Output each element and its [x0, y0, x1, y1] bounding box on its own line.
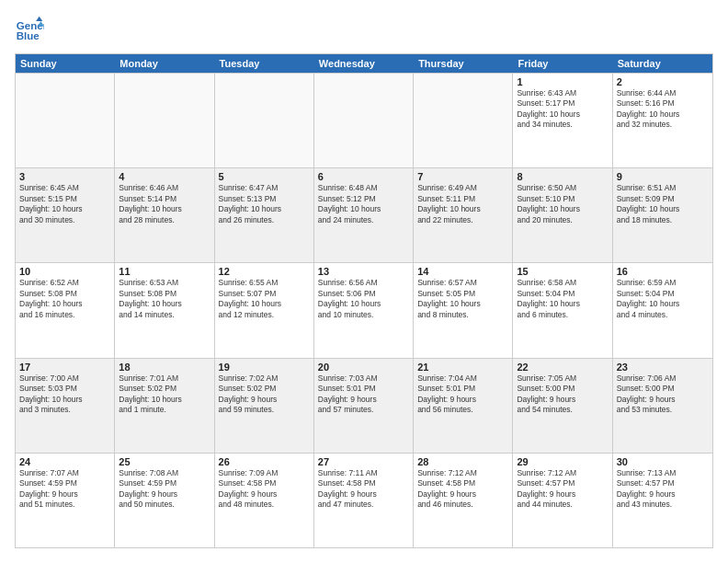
calendar-cell: 18Sunrise: 7:01 AM Sunset: 5:02 PM Dayli…	[115, 359, 214, 453]
svg-text:Blue: Blue	[17, 30, 40, 41]
calendar-cell: 10Sunrise: 6:52 AM Sunset: 5:08 PM Dayli…	[16, 263, 115, 357]
cell-info: Sunrise: 7:01 AM Sunset: 5:02 PM Dayligh…	[119, 373, 210, 416]
cell-info: Sunrise: 6:56 AM Sunset: 5:06 PM Dayligh…	[318, 278, 409, 320]
cell-info: Sunrise: 7:08 AM Sunset: 4:59 PM Dayligh…	[119, 468, 210, 511]
calendar-header-cell: Wednesday	[314, 54, 414, 73]
cell-info: Sunrise: 6:47 AM Sunset: 5:13 PM Dayligh…	[219, 183, 310, 225]
day-number: 22	[517, 362, 608, 373]
day-number: 24	[19, 456, 110, 467]
cell-info: Sunrise: 6:53 AM Sunset: 5:08 PM Dayligh…	[119, 278, 210, 320]
calendar-cell: 27Sunrise: 7:11 AM Sunset: 4:58 PM Dayli…	[314, 454, 414, 547]
day-number: 3	[19, 171, 110, 182]
cell-info: Sunrise: 6:48 AM Sunset: 5:12 PM Dayligh…	[318, 183, 409, 225]
day-number: 5	[219, 171, 310, 182]
calendar-cell: 4Sunrise: 6:46 AM Sunset: 5:14 PM Daylig…	[115, 168, 214, 262]
calendar-row: 10Sunrise: 6:52 AM Sunset: 5:08 PM Dayli…	[16, 262, 712, 357]
calendar-cell: 28Sunrise: 7:12 AM Sunset: 4:58 PM Dayli…	[414, 454, 513, 547]
day-number: 21	[417, 362, 508, 373]
calendar-cell: 7Sunrise: 6:49 AM Sunset: 5:11 PM Daylig…	[414, 168, 513, 262]
logo-icon: General Blue	[15, 15, 44, 44]
calendar-cell-empty	[16, 74, 115, 167]
cell-info: Sunrise: 7:13 AM Sunset: 4:57 PM Dayligh…	[617, 468, 709, 511]
cell-info: Sunrise: 6:58 AM Sunset: 5:04 PM Dayligh…	[517, 278, 608, 320]
cell-info: Sunrise: 7:05 AM Sunset: 5:00 PM Dayligh…	[517, 373, 608, 416]
cell-info: Sunrise: 7:07 AM Sunset: 4:59 PM Dayligh…	[19, 468, 110, 511]
calendar-cell: 11Sunrise: 6:53 AM Sunset: 5:08 PM Dayli…	[115, 263, 214, 357]
calendar-row: 3Sunrise: 6:45 AM Sunset: 5:15 PM Daylig…	[16, 167, 712, 262]
calendar-cell: 29Sunrise: 7:12 AM Sunset: 4:57 PM Dayli…	[513, 454, 612, 547]
calendar-cell-empty	[215, 74, 314, 167]
day-number: 20	[318, 362, 409, 373]
day-number: 11	[119, 266, 210, 277]
cell-info: Sunrise: 7:03 AM Sunset: 5:01 PM Dayligh…	[318, 373, 409, 416]
day-number: 8	[517, 171, 608, 182]
calendar-header-row: SundayMondayTuesdayWednesdayThursdayFrid…	[16, 54, 712, 73]
calendar-cell: 24Sunrise: 7:07 AM Sunset: 4:59 PM Dayli…	[16, 454, 115, 547]
day-number: 15	[517, 266, 608, 277]
cell-info: Sunrise: 6:46 AM Sunset: 5:14 PM Dayligh…	[119, 183, 210, 225]
calendar-header-cell: Tuesday	[215, 54, 314, 73]
cell-info: Sunrise: 6:44 AM Sunset: 5:16 PM Dayligh…	[617, 88, 709, 131]
day-number: 10	[19, 266, 110, 277]
cell-info: Sunrise: 6:50 AM Sunset: 5:10 PM Dayligh…	[517, 183, 608, 225]
day-number: 2	[617, 76, 709, 87]
calendar: SundayMondayTuesdayWednesdayThursdayFrid…	[15, 53, 713, 548]
calendar-header-cell: Saturday	[613, 54, 712, 73]
calendar-cell: 9Sunrise: 6:51 AM Sunset: 5:09 PM Daylig…	[613, 168, 712, 262]
cell-info: Sunrise: 7:09 AM Sunset: 4:58 PM Dayligh…	[219, 468, 310, 511]
day-number: 7	[417, 171, 508, 182]
cell-info: Sunrise: 7:02 AM Sunset: 5:02 PM Dayligh…	[219, 373, 310, 416]
calendar-body: 1Sunrise: 6:43 AM Sunset: 5:17 PM Daylig…	[16, 73, 712, 547]
calendar-cell: 22Sunrise: 7:05 AM Sunset: 5:00 PM Dayli…	[513, 359, 612, 453]
day-number: 12	[219, 266, 310, 277]
day-number: 30	[617, 456, 709, 467]
day-number: 26	[219, 456, 310, 467]
cell-info: Sunrise: 7:00 AM Sunset: 5:03 PM Dayligh…	[19, 373, 110, 416]
day-number: 13	[318, 266, 409, 277]
day-number: 28	[417, 456, 508, 467]
cell-info: Sunrise: 6:59 AM Sunset: 5:04 PM Dayligh…	[617, 278, 709, 320]
calendar-header-cell: Thursday	[414, 54, 513, 73]
day-number: 29	[517, 456, 608, 467]
cell-info: Sunrise: 7:06 AM Sunset: 5:00 PM Dayligh…	[617, 373, 709, 416]
calendar-cell: 26Sunrise: 7:09 AM Sunset: 4:58 PM Dayli…	[215, 454, 314, 547]
calendar-cell: 21Sunrise: 7:04 AM Sunset: 5:01 PM Dayli…	[414, 359, 513, 453]
calendar-cell: 5Sunrise: 6:47 AM Sunset: 5:13 PM Daylig…	[215, 168, 314, 262]
calendar-cell: 3Sunrise: 6:45 AM Sunset: 5:15 PM Daylig…	[16, 168, 115, 262]
day-number: 9	[617, 171, 709, 182]
day-number: 23	[617, 362, 709, 373]
day-number: 27	[318, 456, 409, 467]
day-number: 4	[119, 171, 210, 182]
page: General Blue SundayMondayTuesdayWednesda…	[0, 0, 728, 563]
header: General Blue	[15, 15, 713, 44]
calendar-cell-empty	[314, 74, 414, 167]
calendar-cell: 23Sunrise: 7:06 AM Sunset: 5:00 PM Dayli…	[613, 359, 712, 453]
cell-info: Sunrise: 6:51 AM Sunset: 5:09 PM Dayligh…	[617, 183, 709, 225]
day-number: 6	[318, 171, 409, 182]
cell-info: Sunrise: 6:52 AM Sunset: 5:08 PM Dayligh…	[19, 278, 110, 320]
day-number: 18	[119, 362, 210, 373]
day-number: 19	[219, 362, 310, 373]
cell-info: Sunrise: 6:49 AM Sunset: 5:11 PM Dayligh…	[417, 183, 508, 225]
calendar-cell: 8Sunrise: 6:50 AM Sunset: 5:10 PM Daylig…	[513, 168, 612, 262]
calendar-row: 1Sunrise: 6:43 AM Sunset: 5:17 PM Daylig…	[16, 73, 712, 167]
cell-info: Sunrise: 6:45 AM Sunset: 5:15 PM Dayligh…	[19, 183, 110, 225]
calendar-header-cell: Friday	[513, 54, 612, 73]
calendar-cell: 16Sunrise: 6:59 AM Sunset: 5:04 PM Dayli…	[613, 263, 712, 357]
day-number: 1	[517, 76, 608, 87]
calendar-cell-empty	[414, 74, 513, 167]
calendar-cell: 13Sunrise: 6:56 AM Sunset: 5:06 PM Dayli…	[314, 263, 414, 357]
calendar-row: 17Sunrise: 7:00 AM Sunset: 5:03 PM Dayli…	[16, 358, 712, 453]
calendar-cell: 15Sunrise: 6:58 AM Sunset: 5:04 PM Dayli…	[513, 263, 612, 357]
calendar-cell-empty	[115, 74, 214, 167]
cell-info: Sunrise: 7:04 AM Sunset: 5:01 PM Dayligh…	[417, 373, 508, 416]
day-number: 16	[617, 266, 709, 277]
calendar-cell: 25Sunrise: 7:08 AM Sunset: 4:59 PM Dayli…	[115, 454, 214, 547]
calendar-cell: 2Sunrise: 6:44 AM Sunset: 5:16 PM Daylig…	[613, 74, 712, 167]
calendar-row: 24Sunrise: 7:07 AM Sunset: 4:59 PM Dayli…	[16, 453, 712, 547]
svg-marker-2	[36, 17, 42, 21]
cell-info: Sunrise: 6:57 AM Sunset: 5:05 PM Dayligh…	[417, 278, 508, 320]
calendar-cell: 17Sunrise: 7:00 AM Sunset: 5:03 PM Dayli…	[16, 359, 115, 453]
calendar-header-cell: Sunday	[16, 54, 115, 73]
cell-info: Sunrise: 7:12 AM Sunset: 4:57 PM Dayligh…	[517, 468, 608, 511]
